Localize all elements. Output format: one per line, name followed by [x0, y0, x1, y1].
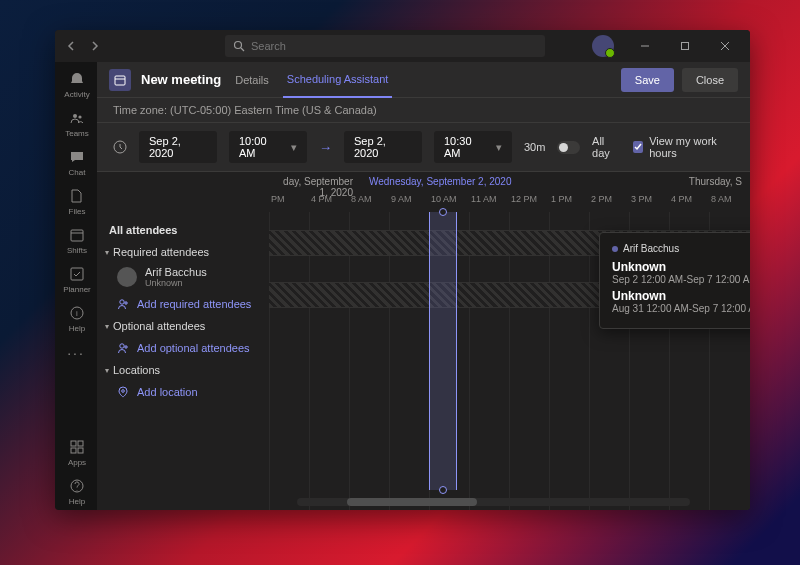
search-box[interactable] [225, 35, 545, 57]
scroll-thumb[interactable] [347, 498, 477, 506]
svg-point-0 [235, 42, 242, 49]
optional-attendees-group[interactable]: Optional attendees [97, 316, 269, 336]
svg-rect-5 [71, 268, 83, 280]
attendee-row[interactable]: Arif Bacchus Unknown [97, 262, 269, 292]
hour-label: 4 PM [669, 194, 709, 212]
day-label-prev: day, September 1, 2020 [269, 172, 361, 194]
selection-handle-bottom[interactable] [439, 486, 447, 494]
attendee-name: Arif Bacchus [145, 266, 207, 278]
save-button[interactable]: Save [621, 68, 674, 92]
rail-help-top[interactable]: iHelp [55, 300, 97, 337]
clock-icon [113, 140, 127, 154]
horizontal-scrollbar[interactable] [297, 498, 690, 506]
location-icon [117, 386, 129, 398]
search-icon [233, 40, 245, 52]
nav-forward-button[interactable] [85, 37, 103, 55]
window-minimize-button[interactable] [628, 30, 662, 62]
add-required-attendees-button[interactable]: Add required attendees [97, 292, 269, 316]
rail-label: Apps [68, 458, 86, 467]
svg-rect-13 [115, 76, 125, 85]
end-date-field[interactable]: Sep 2, 2020 [344, 131, 422, 163]
start-date-field[interactable]: Sep 2, 2020 [139, 131, 217, 163]
rail-label: Files [69, 207, 86, 216]
tooltip-person: Arif Bacchus [623, 243, 679, 254]
window-maximize-button[interactable] [668, 30, 702, 62]
view-work-hours-label: View my work hours [649, 135, 734, 159]
nav-back-button[interactable] [63, 37, 81, 55]
rail-label: Teams [65, 129, 89, 138]
rail-more-button[interactable]: ··· [67, 339, 85, 367]
rail-files[interactable]: Files [55, 183, 97, 220]
selection-handle-top[interactable] [439, 208, 447, 216]
svg-rect-4 [71, 230, 83, 241]
rail-label: Help [69, 324, 85, 333]
locations-group[interactable]: Locations [97, 360, 269, 380]
rail-activity[interactable]: Activity [55, 66, 97, 103]
start-time-field[interactable]: 10:00 AM▾ [229, 131, 307, 163]
page-header: New meeting Details Scheduling Assistant… [97, 62, 750, 98]
attendee-avatar [117, 267, 137, 287]
day-label-current: Wednesday, September 2, 2020 [361, 172, 681, 194]
rail-label: Help [69, 497, 85, 506]
rail-apps[interactable]: Apps [55, 434, 97, 471]
date-time-row: Sep 2, 2020 10:00 AM▾ → Sep 2, 2020 10:3… [97, 123, 750, 172]
tab-details[interactable]: Details [231, 74, 273, 86]
close-button[interactable]: Close [682, 68, 738, 92]
add-optional-attendees-button[interactable]: Add optional attendees [97, 336, 269, 360]
status-dot-icon [612, 246, 618, 252]
all-attendees-header: All attendees [97, 216, 269, 242]
all-day-toggle[interactable] [557, 141, 580, 154]
rail-label: Shifts [67, 246, 87, 255]
svg-point-15 [120, 300, 124, 304]
hour-label: PM [269, 194, 309, 212]
hour-label: 11 AM [469, 194, 509, 212]
rail-chat[interactable]: Chat [55, 144, 97, 181]
person-add-icon [117, 342, 129, 354]
app-window: Activity Teams Chat Files Shifts Planner… [55, 30, 750, 510]
svg-text:i: i [76, 309, 78, 318]
rail-help-bottom[interactable]: Help [55, 473, 97, 510]
svg-point-17 [122, 390, 125, 393]
app-rail: Activity Teams Chat Files Shifts Planner… [55, 62, 97, 510]
end-time-field[interactable]: 10:30 AM▾ [434, 131, 512, 163]
availability-tooltip: Arif Bacchus Unknown Sep 2 12:00 AM-Sep … [599, 232, 750, 329]
rail-planner[interactable]: Planner [55, 261, 97, 298]
hour-label: 8 AM [349, 194, 389, 212]
day-header-row: day, September 1, 2020 Wednesday, Septem… [269, 172, 750, 194]
svg-rect-1 [682, 43, 689, 50]
rail-label: Planner [63, 285, 91, 294]
page-title: New meeting [141, 72, 221, 87]
rail-shifts[interactable]: Shifts [55, 222, 97, 259]
tooltip-block-range: Sep 2 12:00 AM-Sep 7 12:00 AM [612, 274, 750, 285]
required-attendees-group[interactable]: Required attendees [97, 242, 269, 262]
svg-point-3 [78, 115, 81, 118]
time-selection[interactable] [429, 212, 457, 490]
svg-rect-8 [71, 441, 76, 446]
attendee-status: Unknown [145, 278, 207, 288]
tab-scheduling-assistant[interactable]: Scheduling Assistant [283, 62, 393, 98]
attendees-column: All attendees Required attendees Arif Ba… [97, 172, 269, 510]
hour-label: 4 PM [309, 194, 349, 212]
svg-rect-11 [78, 448, 83, 453]
hour-label: 12 PM [509, 194, 549, 212]
tooltip-block-title: Unknown [612, 260, 750, 274]
rail-label: Activity [64, 90, 89, 99]
hour-label: 9 AM [389, 194, 429, 212]
add-location-button[interactable]: Add location [97, 380, 269, 404]
person-add-icon [117, 298, 129, 310]
hour-label: 10 AM [429, 194, 469, 212]
timezone-selector[interactable]: Time zone: (UTC-05:00) Eastern Time (US … [97, 98, 750, 123]
view-work-hours-checkbox[interactable] [633, 141, 643, 153]
hour-label: 2 PM [589, 194, 629, 212]
tooltip-block-range: Aug 31 12:00 AM-Sep 7 12:00 AM [612, 303, 750, 314]
window-close-button[interactable] [708, 30, 742, 62]
search-input[interactable] [251, 40, 537, 52]
hour-label: 1 PM [549, 194, 589, 212]
svg-rect-9 [78, 441, 83, 446]
user-avatar[interactable] [592, 35, 614, 57]
rail-label: Chat [69, 168, 86, 177]
tooltip-block-title: Unknown [612, 289, 750, 303]
rail-teams[interactable]: Teams [55, 105, 97, 142]
hour-header-row: PM 4 PM 8 AM 9 AM 10 AM 11 AM 12 PM 1 PM… [269, 194, 750, 212]
day-label-next: Thursday, S [681, 172, 750, 194]
